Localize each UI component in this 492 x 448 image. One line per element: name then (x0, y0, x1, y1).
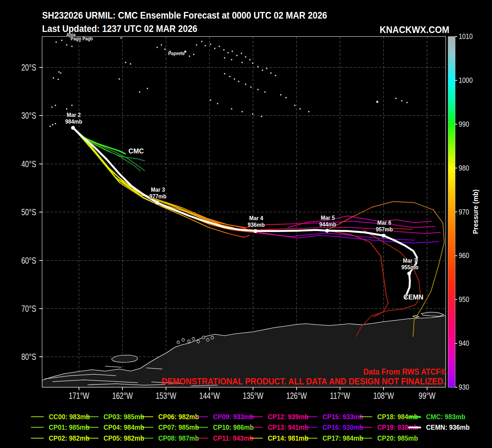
island-dot (401, 100, 403, 101)
island-dot (130, 63, 131, 65)
island-dot (264, 91, 266, 93)
island-dot (139, 91, 140, 93)
island-dot (224, 73, 225, 74)
island-dot (52, 124, 53, 125)
island-dot (219, 46, 220, 47)
island-dot (232, 51, 233, 52)
track-point-marker (325, 229, 329, 233)
coastal-islet (187, 340, 190, 343)
island-dot (238, 81, 239, 82)
island-dot (210, 44, 211, 45)
island-dot (189, 55, 190, 57)
island-dot (252, 62, 253, 64)
coastal-islet (206, 338, 209, 341)
island-dot (231, 108, 232, 110)
island-dot (66, 44, 67, 46)
island-dot (275, 75, 276, 76)
island-dot (169, 51, 171, 52)
coastal-islet (192, 337, 195, 340)
island-dot (66, 108, 67, 110)
island-dot (79, 40, 81, 42)
island-dot (308, 111, 310, 112)
island-dot (250, 86, 252, 88)
chart-subtitle: Last Updated: 1237 UTC 02 MAR 2026 (42, 23, 197, 34)
island-dot (249, 59, 251, 60)
island-dot (236, 55, 238, 56)
island-dot (55, 105, 56, 106)
island-dot (205, 45, 206, 46)
track-point-marker (407, 272, 411, 276)
island-dot (201, 41, 202, 42)
island-dot (245, 56, 246, 58)
brand-logo: KNACKWX.COM (379, 25, 449, 35)
island-dot (270, 72, 272, 74)
island-dot (157, 47, 158, 48)
track-point-marker (71, 126, 75, 130)
island-dot (257, 89, 259, 90)
island-dot (49, 126, 51, 127)
island-dot (229, 76, 231, 77)
island-dot (58, 71, 60, 73)
island-dot (119, 78, 120, 80)
disclaimer-text: DEMONSTRATIONAL PRODUCT. ALL DATA AND DE… (162, 376, 446, 387)
island-dot (406, 102, 408, 103)
track-point-marker (155, 201, 159, 205)
coastal-islet (182, 338, 185, 341)
island-dot (87, 34, 88, 36)
coastal-islet (197, 340, 200, 343)
island-dot (71, 46, 73, 47)
island-dot (214, 48, 215, 49)
island-dot (71, 105, 73, 106)
island-dot (224, 57, 225, 59)
island-dot (196, 44, 197, 46)
island-dot (184, 51, 186, 53)
island-dot (252, 113, 253, 115)
island-dot (217, 103, 218, 104)
island-dot (193, 54, 194, 55)
island-dot (58, 79, 59, 80)
island-dot (266, 68, 267, 69)
island-dot (299, 108, 301, 110)
ensemble-track-segment (413, 332, 413, 336)
colorbar (448, 37, 455, 387)
island-dot (164, 48, 166, 50)
island-dot (55, 41, 57, 43)
island-dot (231, 59, 232, 60)
island-dot (60, 72, 61, 74)
island-dot (223, 49, 225, 51)
island-dot (125, 62, 126, 63)
track-point-marker (382, 234, 386, 238)
island-dot (241, 62, 243, 63)
island-dot (147, 88, 148, 89)
island-dot (262, 70, 263, 71)
island-dot (285, 97, 287, 98)
coastal-islet (177, 341, 180, 344)
island-dot (294, 105, 295, 106)
data-source-note: Data From RWS ATCF® (363, 367, 446, 377)
island-dot (53, 77, 54, 79)
coastal-islet (211, 336, 214, 339)
island-dot (55, 123, 56, 124)
island-dot (241, 53, 242, 54)
track-point-marker (254, 229, 258, 233)
island-dot (280, 94, 281, 95)
forecast-chart: { "header": { "title_line1": "SH232026 U… (0, 0, 492, 448)
chart-title: SH232026 URMIL: CMC Ensemble Forecast at… (42, 10, 327, 21)
island-dot (245, 84, 246, 85)
island-dot (210, 99, 211, 101)
island-dot (161, 44, 162, 46)
island-dot (227, 52, 229, 53)
island-dot (90, 37, 91, 39)
island-dot (395, 98, 397, 99)
island-dot (234, 78, 235, 80)
island-dot (376, 101, 378, 103)
island-dot (257, 66, 259, 67)
island-dot (120, 37, 122, 39)
island-dot (61, 40, 62, 41)
coastal-islet (202, 336, 205, 339)
island-dot (51, 106, 53, 108)
island-dot (241, 111, 243, 112)
island-dot (261, 116, 262, 117)
island-dot (180, 52, 182, 53)
